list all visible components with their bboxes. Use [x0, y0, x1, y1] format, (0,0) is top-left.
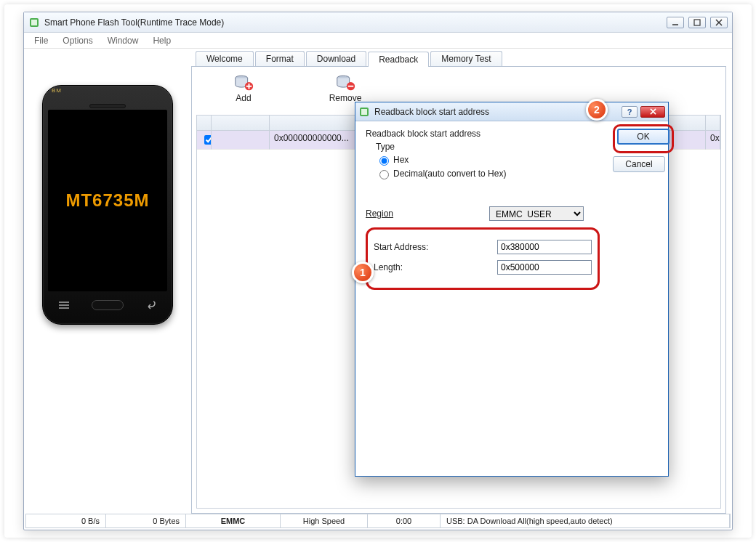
phone-home-button [92, 300, 124, 310]
phone-back-icon [144, 300, 158, 310]
dialog-help-button[interactable]: ? [622, 106, 638, 118]
radio-decimal[interactable] [379, 170, 389, 179]
annotation-badge-1: 1 [352, 262, 374, 283]
database-add-icon [233, 74, 254, 92]
phone-screen: MT6735M [48, 110, 167, 291]
dialog-titlebar: Readback block start address ? [355, 102, 668, 121]
highlight-box-ok: OK [613, 124, 674, 153]
annotation-badge-2: 2 [586, 99, 608, 121]
remove-button[interactable]: Remove [320, 74, 371, 103]
status-speed: 0 B/s [26, 514, 106, 527]
dialog-app-icon [358, 106, 370, 118]
row-after: 0x [706, 131, 720, 150]
status-storage: EMMC [186, 514, 281, 527]
phone-screen-text: MT6735M [65, 190, 149, 211]
tab-download[interactable]: Download [306, 51, 366, 66]
dialog-subtitle: Readback block start address [366, 129, 600, 139]
menu-help[interactable]: Help [145, 34, 178, 47]
phone-mock: BM MT6735M [42, 85, 173, 325]
dialog-title: Readback block start address [374, 107, 489, 117]
phone-nav-buttons [57, 300, 158, 310]
menubar: File Options Window Help [24, 33, 732, 49]
header-check [197, 116, 212, 130]
status-time: 0:00 [368, 514, 441, 527]
tab-memory-test[interactable]: Memory Test [430, 51, 502, 66]
length-label: Length: [374, 262, 497, 272]
row-col1 [212, 131, 270, 150]
window-title: Smart Phone Flash Tool(Runtime Trace Mod… [44, 17, 224, 28]
database-remove-icon [334, 74, 356, 92]
main-titlebar: Smart Phone Flash Tool(Runtime Trace Mod… [24, 12, 732, 33]
radio-decimal-label: Decimal(auto convert to Hex) [393, 169, 506, 179]
status-bytes: 0 Bytes [106, 514, 186, 527]
length-input[interactable] [497, 260, 592, 275]
menu-options[interactable]: Options [55, 34, 100, 47]
start-address-input[interactable] [497, 240, 592, 254]
close-button[interactable] [710, 17, 728, 28]
dialog-close-button[interactable] [640, 106, 665, 118]
app-icon [28, 17, 40, 28]
type-label: Type [376, 142, 600, 152]
menu-window[interactable]: Window [100, 34, 146, 47]
status-usb: USB: DA Download All(high speed,auto det… [441, 514, 730, 527]
start-address-label: Start Address: [374, 242, 497, 252]
header-col-after [706, 116, 720, 130]
add-button-label: Add [236, 93, 251, 103]
maximize-button[interactable] [688, 17, 706, 28]
device-preview-pane: BM MT6735M [24, 49, 191, 514]
svg-rect-3 [694, 20, 700, 25]
readback-dialog: Readback block start address ? Readback … [355, 102, 669, 477]
minimize-button[interactable] [667, 17, 684, 28]
status-bar: 0 B/s 0 Bytes EMMC High Speed 0:00 USB: … [25, 514, 731, 528]
radio-hex-label: Hex [393, 155, 409, 165]
tab-format[interactable]: Format [255, 51, 305, 66]
svg-rect-1 [31, 20, 37, 25]
add-button[interactable]: Add [218, 74, 269, 103]
tabstrip: Welcome Format Download Readback Memory … [191, 49, 726, 66]
region-select[interactable]: EMMC_USER [489, 206, 584, 221]
ok-button[interactable]: OK [617, 129, 669, 145]
row-checkbox[interactable] [204, 135, 212, 145]
tab-welcome[interactable]: Welcome [196, 51, 254, 66]
radio-hex[interactable] [379, 156, 389, 166]
highlight-box-fields: Start Address: Length: [366, 227, 600, 290]
dialog-form: Readback block start address Type Hex De… [355, 121, 610, 476]
status-mode: High Speed [281, 514, 368, 527]
dialog-button-column: OK Cancel [610, 121, 677, 476]
svg-rect-15 [361, 109, 367, 115]
phone-brand-label: BM [52, 87, 62, 94]
region-label: Region [366, 209, 489, 219]
menu-file[interactable]: File [27, 34, 55, 47]
phone-menu-icon [57, 300, 71, 310]
header-col1 [212, 116, 270, 130]
phone-earpiece [89, 104, 126, 108]
tab-readback[interactable]: Readback [368, 52, 429, 67]
cancel-button[interactable]: Cancel [613, 156, 665, 172]
